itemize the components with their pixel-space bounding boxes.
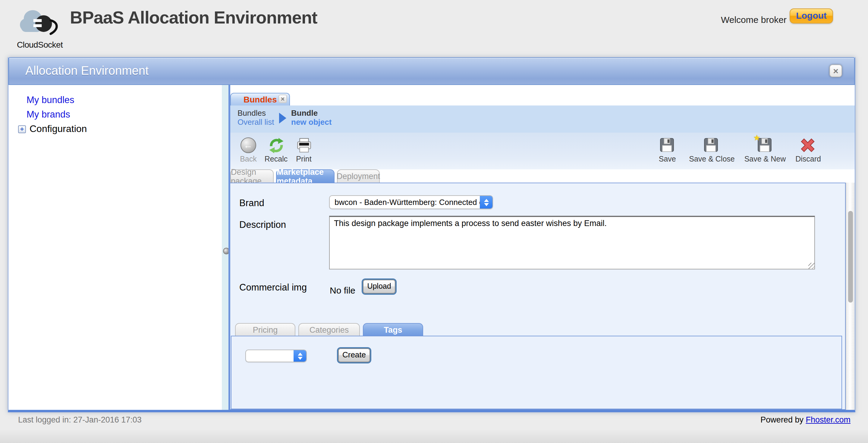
- sidebar-item-my-brands[interactable]: My brands: [27, 109, 70, 120]
- new-star-icon: ★: [753, 133, 760, 142]
- last-login-status: Last logged in: 27-Jan-2016 17:03: [18, 415, 142, 424]
- toolbar-right-group: Save Save & Close: [655, 137, 821, 163]
- print-button[interactable]: Print: [292, 137, 316, 163]
- sub-tabstrip: Pricing Categories Tags: [235, 323, 423, 336]
- save-close-label: Save & Close: [689, 155, 735, 163]
- discard-button[interactable]: Discard: [795, 137, 821, 163]
- window-close-button[interactable]: ×: [830, 64, 842, 77]
- create-tag-button[interactable]: Create: [338, 348, 370, 362]
- brand-select[interactable]: bwcon - Baden-Württemberg: Connected e.V…: [329, 195, 493, 209]
- subtab-pricing[interactable]: Pricing: [235, 323, 296, 336]
- breadcrumb-parent-link[interactable]: Overall list: [238, 118, 274, 127]
- tab-bundles[interactable]: Bundles ×: [230, 93, 290, 105]
- print-label: Print: [296, 155, 311, 163]
- window-body: My bundles My brands + Configuration Bun…: [8, 85, 855, 410]
- subtab-tags[interactable]: Tags: [363, 323, 423, 336]
- description-textarea[interactable]: This design package implements a process…: [329, 216, 815, 270]
- tab-bundles-close-icon[interactable]: ×: [278, 95, 287, 103]
- breadcrumb: Bundles Overall list Bundle new object: [230, 105, 855, 133]
- recalc-label: Recalc: [265, 155, 287, 163]
- discard-icon: [800, 137, 817, 154]
- allocation-environment-window: Allocation Environment × My bundles My b…: [8, 57, 855, 412]
- breadcrumb-parent: Bundles Overall list: [238, 108, 274, 127]
- save-icon: [658, 137, 676, 154]
- marketplace-metadata-panel: Brand bwcon - Baden-Württemberg: Connect…: [230, 183, 846, 410]
- app-root: CloudSocket BPaaS Allocation Environment…: [0, 0, 868, 443]
- powered-by-prefix: Powered by: [761, 415, 806, 424]
- print-icon: [295, 137, 313, 154]
- recalc-icon: [267, 137, 285, 154]
- welcome-user-label: Welcome broker: [721, 14, 786, 25]
- window-title: Allocation Environment: [25, 64, 149, 78]
- detail-tabstrip: Design package Marketplace metadata Depl…: [230, 169, 855, 183]
- page-title: BPaaS Allocation Environment: [70, 8, 317, 28]
- save-close-button[interactable]: Save & Close: [689, 137, 735, 163]
- textarea-resize-grip-icon[interactable]: [808, 263, 814, 269]
- breadcrumb-arrow-icon: [279, 113, 286, 124]
- tags-panel: Create: [231, 336, 842, 409]
- workspace: Bundles × Bundles Overall list Bundle ne…: [230, 85, 855, 410]
- sidebar: My bundles My brands + Configuration: [8, 85, 222, 410]
- scrollbar-thumb[interactable]: [848, 211, 853, 303]
- logo-wordmark: CloudSocket: [11, 40, 69, 50]
- description-label: Description: [239, 219, 286, 230]
- cloud-plug-icon: [19, 6, 60, 39]
- breadcrumb-current: Bundle new object: [291, 108, 332, 127]
- sidebar-item-configuration[interactable]: Configuration: [30, 124, 87, 134]
- breadcrumb-current-subtitle: new object: [291, 118, 332, 127]
- powered-by: Powered by Fhoster.com: [761, 415, 850, 424]
- toolbar: ← Back: [230, 133, 855, 169]
- save-label: Save: [659, 155, 676, 163]
- fhoster-link[interactable]: Fhoster.com: [806, 415, 850, 424]
- subtab-categories[interactable]: Categories: [299, 323, 360, 336]
- save-new-button[interactable]: ★ Save & New: [744, 137, 786, 163]
- save-new-label: Save & New: [744, 155, 786, 163]
- back-label: Back: [240, 155, 257, 163]
- back-icon: ←: [240, 137, 257, 154]
- breadcrumb-parent-title: Bundles: [238, 108, 274, 118]
- save-close-icon: [703, 137, 721, 154]
- cloudsocket-logo: CloudSocket: [11, 4, 69, 51]
- vertical-scrollbar[interactable]: [846, 183, 855, 410]
- back-button[interactable]: ← Back: [236, 137, 260, 163]
- tab-bundles-label: Bundles: [244, 93, 277, 105]
- recalc-button[interactable]: Recalc: [264, 137, 288, 163]
- bottom-strip: [0, 430, 868, 443]
- configuration-expander-icon[interactable]: +: [18, 125, 26, 133]
- sidebar-splitter[interactable]: [222, 85, 228, 410]
- upload-button[interactable]: Upload: [363, 280, 396, 293]
- tag-select-value: [246, 350, 293, 361]
- toolbar-left-group: ← Back: [236, 137, 316, 163]
- brand-select-value: bwcon - Baden-Württemberg: Connected e.V…: [330, 196, 480, 209]
- tab-design-package[interactable]: Design package: [230, 169, 274, 183]
- window-titlebar: Allocation Environment ×: [8, 57, 855, 85]
- save-new-icon: ★: [756, 137, 774, 154]
- save-button[interactable]: Save: [655, 137, 679, 163]
- select-chevrons-icon: [480, 196, 493, 209]
- logout-button[interactable]: Logout: [789, 8, 833, 24]
- breadcrumb-current-title: Bundle: [291, 108, 332, 118]
- tab-marketplace-metadata[interactable]: Marketplace metadata: [276, 169, 335, 183]
- tab-deployment[interactable]: Deployment: [337, 169, 380, 183]
- commercial-img-label: Commercial img: [239, 282, 307, 293]
- select-chevrons-icon: [293, 350, 306, 361]
- sidebar-item-my-bundles[interactable]: My bundles: [27, 95, 74, 105]
- tag-select[interactable]: [245, 350, 307, 362]
- commercial-img-status: No file: [330, 285, 355, 295]
- discard-label: Discard: [795, 155, 821, 163]
- brand-label: Brand: [239, 198, 264, 209]
